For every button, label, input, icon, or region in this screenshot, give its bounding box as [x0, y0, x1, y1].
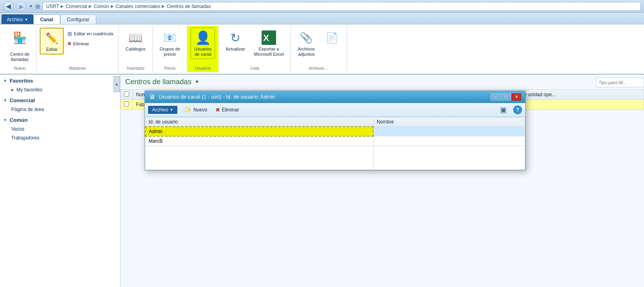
content-title: Centros de llamadas [125, 78, 191, 86]
btn-catalogos[interactable]: 📖 Catálogos [122, 28, 149, 54]
btn-exportar-label: Exportar aMicrosoft Excel [254, 46, 284, 57]
tab-canal[interactable]: Canal [33, 14, 60, 24]
page-icon: 📄 [324, 30, 340, 46]
group-precio-label: Precio [164, 65, 175, 71]
btn-catalogos-label: Catálogos [126, 46, 146, 52]
btn-usuarios-canal[interactable]: 👤 Usuariosde canal [191, 28, 215, 59]
modal-nuevo-button[interactable]: ✨ Nuevo [182, 105, 209, 114]
modal-close-button[interactable]: ✕ [512, 93, 521, 101]
comercial-label: Comercial [10, 97, 35, 103]
sidebar-item-pagina-area[interactable]: Página de área [0, 105, 120, 114]
modal-cell-admin-nombre [373, 127, 525, 136]
btn-callcenter[interactable]: 🏪 Centro dellamadas [6, 28, 33, 65]
breadcrumb-canales: Canales comerciales [116, 4, 160, 9]
modal-layout-button[interactable]: ▣ [498, 105, 508, 115]
forward-button[interactable] [16, 1, 26, 12]
ribbon-group-inventario: 📖 Catálogos Inventario [119, 26, 153, 72]
modal-nuevo-icon: ✨ [184, 106, 192, 113]
layout-icon: ▣ [500, 105, 507, 114]
breadcrumb-sep-3: ▶ [111, 4, 114, 8]
modal-controls: ─ □ ✕ [491, 93, 521, 101]
ribbon-group-nuevo: 🏪 Centro dellamadas Nuevo [3, 26, 37, 72]
btn-archivos-adjuntos[interactable]: 📎 Archivosadjuntos [294, 28, 318, 59]
usuarios-canal-icon: 👤 [195, 30, 211, 46]
modal-help-button[interactable]: ? [513, 105, 522, 114]
favoritos-label: Favoritos [10, 78, 33, 84]
ribbon-group-lista: ↻ Actualizar X Exportar aMicrosoft Excel… [219, 26, 291, 72]
modal-maximize-button[interactable]: □ [501, 93, 511, 101]
nav-dropdown[interactable]: ▼ [29, 4, 33, 8]
breadcrumb-usrt: USRT [46, 4, 59, 9]
btn-usuarios-canal-label: Usuariosde canal [194, 46, 211, 57]
modal-archivo-button[interactable]: Archivo ▼ [148, 106, 177, 114]
content-title-dropdown[interactable]: ▼ [195, 79, 199, 85]
group-nuevo-label: Nuevo [14, 65, 26, 71]
modal-minimize-button[interactable]: ─ [491, 93, 500, 101]
select-all-checkbox[interactable] [124, 91, 129, 97]
comun-label: Común [10, 117, 28, 123]
modal-eliminar-icon: ✖ [215, 107, 220, 113]
modal-cell-marcb-nombre [373, 136, 525, 146]
modal-app-icon: 🖥 [149, 93, 155, 101]
col-checkbox [121, 89, 133, 99]
group-lista-label: Lista [250, 65, 259, 71]
btn-grupos-precio[interactable]: 📧 Grupos deprecio [156, 28, 184, 59]
breadcrumb-sep-1: ▶ [61, 4, 64, 8]
btn-eliminar[interactable]: ✖ Eliminar [65, 40, 115, 48]
btn-archivos-adj-label: Archivosadjuntos [298, 46, 315, 57]
ribbon-content: 🏪 Centro dellamadas Nuevo ✏️ Editar ⊞ Ed [0, 24, 644, 74]
help-icon: ? [516, 107, 519, 113]
group-usuarios-label: Usuarios [195, 65, 211, 71]
btn-page[interactable]: 📄 [320, 28, 343, 49]
modal-table-row[interactable]: MarcB [145, 136, 525, 146]
chevron-favoritos: ▼ [3, 79, 7, 83]
back-button[interactable] [3, 1, 14, 12]
breadcrumb: USRT ▶ Comercial ▶ Común ▶ Canales comer… [43, 2, 641, 11]
sidebar-collapse-button[interactable]: ▲ [114, 76, 120, 92]
modal-archivo-dropdown-icon: ▼ [170, 108, 173, 112]
modal-toolbar: Archivo ▼ ✨ Nuevo ✖ Eliminar ▣ ? [145, 103, 525, 117]
grupos-precio-icon: 📧 [162, 30, 178, 46]
forward-icon [19, 3, 24, 10]
sidebar-section-comun[interactable]: ▼ Común [0, 114, 120, 125]
actualizar-icon: ↻ [228, 30, 244, 46]
modal-title-left: 🖥 Usuarios de canal (1 - usrt) - Id. de … [149, 93, 275, 101]
row-checkbox[interactable] [124, 101, 129, 107]
sidebar-section-favoritos[interactable]: ▼ Favoritos [0, 75, 120, 85]
sidebar-item-trabajadores[interactable]: Trabajadores [0, 133, 120, 142]
breadcrumb-comun: Común [93, 4, 109, 9]
btn-actualizar[interactable]: ↻ Actualizar [222, 28, 248, 54]
modal-eliminar-button[interactable]: ✖ Eliminar [214, 106, 241, 114]
ribbon-group-precio: 📧 Grupos deprecio Precio [153, 26, 187, 72]
sidebar-section-comercial[interactable]: ▼ Comercial [0, 94, 120, 105]
tab-configurar[interactable]: Configurar [60, 14, 96, 24]
modal-table-row[interactable]: Admin [145, 127, 525, 136]
btn-editar-label: Editar [46, 47, 58, 52]
content-header: Centros de llamadas ▼ [120, 75, 644, 89]
sidebar-item-varios[interactable]: Varios [0, 125, 120, 133]
sidebar-item-my-favorites[interactable]: ▶ My favorites [0, 85, 120, 94]
btn-editar-cuadricula[interactable]: ⊞ Editar en cuadrícula [65, 29, 115, 38]
modal-table: Id. de usuario Nombre Admin MarcB [145, 117, 525, 170]
tab-archivo[interactable]: Archivo ▼ [2, 14, 33, 24]
ribbon: Archivo ▼ Canal Configurar 🏪 Centro dell… [0, 13, 644, 75]
btn-callcenter-label: Centro dellamadas [10, 46, 29, 63]
group-inventario-label: Inventario [127, 65, 144, 71]
title-bar: ▼ ⊞ USRT ▶ Comercial ▶ Común ▶ Canales c… [0, 0, 644, 13]
back-icon [6, 2, 11, 10]
main-layout: ▲ ▼ Favoritos ▶ My favorites ▼ Comercial… [0, 75, 644, 287]
modal-title-bar: 🖥 Usuarios de canal (1 - usrt) - Id. de … [145, 91, 525, 103]
btn-exportar-excel[interactable]: X Exportar aMicrosoft Excel [250, 28, 288, 59]
svg-text:X: X [263, 33, 269, 43]
chevron-my-favorites: ▶ [11, 88, 14, 92]
modal-cell-marcb: MarcB [145, 136, 373, 146]
btn-editar[interactable]: ✏️ Editar [40, 28, 64, 55]
breadcrumb-grid-icon: ⊞ [35, 3, 40, 10]
ribbon-small-group-mantener: ⊞ Editar en cuadrícula ✖ Eliminar [65, 28, 115, 48]
chevron-comercial: ▼ [3, 98, 7, 103]
breadcrumb-sep-4: ▶ [162, 4, 165, 8]
content-area: Centros de llamadas ▼ Nombre Nombre de b… [120, 75, 644, 287]
btn-actualizar-label: Actualizar [226, 46, 245, 52]
group-mantener-label: Mantener [69, 65, 86, 71]
filter-input[interactable] [596, 78, 644, 87]
